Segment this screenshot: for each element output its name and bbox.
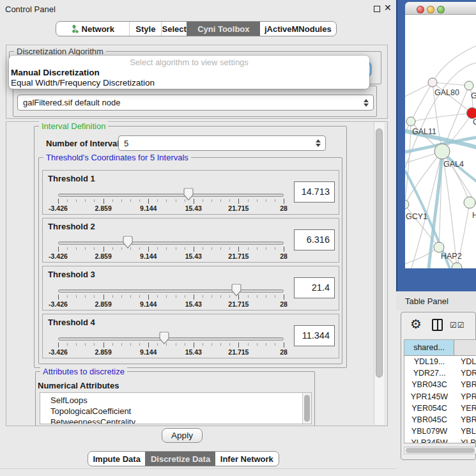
minor-tick <box>67 247 68 250</box>
table-cell[interactable]: YDR2 <box>454 367 476 379</box>
attribute-list-item[interactable]: SelfLoops <box>50 395 311 406</box>
slider-tick-labels: -3.4262.8599.14415.4321.71528 <box>58 300 284 308</box>
threshold-slider-thumb[interactable] <box>123 236 133 249</box>
attribute-list-item[interactable]: TopologicalCoefficient <box>50 406 311 417</box>
minor-tick <box>166 199 167 202</box>
bottom-tab-impute-data[interactable]: Impute Data <box>88 452 145 466</box>
number-of-intervals-label: Number of Intervals <box>46 139 124 148</box>
settings-scrollbar[interactable] <box>374 122 384 425</box>
network-node[interactable] <box>405 200 409 209</box>
minimize-traffic-light[interactable] <box>427 6 434 13</box>
gear-icon[interactable]: ⚙ <box>410 316 422 332</box>
network-window-titlebar[interactable] <box>405 2 476 15</box>
table-data-combobox[interactable]: galFiltered.sif default node <box>17 95 374 111</box>
attribute-list-item[interactable]: BetweennessCentrality <box>50 417 311 424</box>
threshold-value-field[interactable]: 14.713 <box>294 181 335 203</box>
network-node[interactable] <box>428 78 437 87</box>
split-columns-icon[interactable] <box>432 319 443 331</box>
network-node[interactable] <box>406 117 415 126</box>
network-edge[interactable] <box>433 82 469 86</box>
apply-button[interactable]: Apply <box>162 428 203 443</box>
table-column-header[interactable]: shared... <box>404 340 454 355</box>
table-cell[interactable]: YBL079W <box>404 426 454 437</box>
table-row[interactable]: YBL079WYBL0 <box>404 426 476 437</box>
table-cell[interactable]: YBR0 <box>454 414 476 426</box>
node-table[interactable]: shared...na YDL19...YDL1YDR27...YDR2YBR0… <box>404 339 476 443</box>
table-column-header[interactable]: na <box>454 340 476 355</box>
threshold-slider-thumb[interactable] <box>183 188 194 201</box>
float-window-icon[interactable] <box>374 6 380 12</box>
table-row[interactable]: YPR145WYPR1 <box>404 391 476 403</box>
checkbox-icon[interactable]: ☑☑ <box>450 321 465 330</box>
numerical-attributes-list[interactable]: SelfLoopsTopologicalCoefficientBetweenne… <box>40 392 312 424</box>
table-cell[interactable]: YDL1 <box>454 356 476 367</box>
threshold-slider-track[interactable] <box>58 194 284 197</box>
attributes-scrollbar[interactable] <box>302 393 311 424</box>
table-cell[interactable]: YBL0 <box>454 426 476 437</box>
bottom-tab-infer-network[interactable]: Infer Network <box>215 452 279 466</box>
tab-network[interactable]: Network <box>56 22 129 36</box>
table-row[interactable]: YER054CYER0 <box>404 403 476 414</box>
network-edge[interactable] <box>405 247 439 264</box>
threshold-slider-thumb[interactable] <box>159 332 169 344</box>
table-cell[interactable]: YBR043C <box>404 379 454 390</box>
table-cell[interactable]: YER054C <box>404 403 454 414</box>
table-cell[interactable]: YLR345W <box>404 437 454 443</box>
threshold-value-field[interactable]: 6.316 <box>294 229 335 250</box>
table-row[interactable]: YLR345WYLR3 <box>404 437 476 443</box>
attributes-scrollbar-thumb[interactable] <box>304 395 310 422</box>
close-traffic-light[interactable] <box>417 6 424 13</box>
tab-style[interactable]: Style <box>129 22 161 36</box>
table-row[interactable]: YBR045CYBR0 <box>404 414 476 426</box>
network-canvas[interactable]: GAL80GACGAL11GAL4GCY1HHAP2 <box>405 15 476 268</box>
table-hscroll-thumb[interactable] <box>406 448 475 453</box>
table-horizontal-scrollbar[interactable] <box>404 447 476 454</box>
table-cell[interactable]: YBR0 <box>454 379 476 390</box>
major-tick <box>194 199 194 204</box>
major-tick <box>148 247 149 252</box>
table-cell[interactable]: YLR3 <box>454 437 476 443</box>
threshold-slider-track[interactable] <box>58 337 284 341</box>
threshold-value-field[interactable]: 21.4 <box>294 277 335 298</box>
dropdown-option-equal-width-frequency[interactable]: Equal Width/Frequency Discretization <box>11 78 155 88</box>
table-row[interactable]: YBR043CYBR0 <box>404 379 476 390</box>
network-edge[interactable] <box>442 151 457 268</box>
table-cell[interactable]: YDL19... <box>404 356 454 367</box>
number-of-intervals-combobox[interactable]: 5 <box>118 135 326 151</box>
threshold-value-field[interactable]: 11.344 <box>294 325 335 346</box>
close-icon[interactable]: ✕ <box>384 3 392 13</box>
dropdown-option-manual-discretization[interactable]: Manual Discretization <box>11 68 100 77</box>
tick-label: 2.859 <box>95 348 111 356</box>
table-cell[interactable]: YER0 <box>454 403 476 414</box>
minor-tick <box>94 343 95 346</box>
table-row[interactable]: YDL19...YDL1 <box>404 356 476 367</box>
network-node[interactable] <box>464 197 475 208</box>
network-node[interactable] <box>464 81 473 90</box>
zoom-traffic-light[interactable] <box>437 6 445 13</box>
tab-cyni-toolbox[interactable]: Cyni Toolbox <box>187 22 259 36</box>
network-graph[interactable]: GAL80GACGAL11GAL4GCY1HHAP2 <box>405 15 476 268</box>
minor-tick <box>85 247 86 250</box>
major-tick <box>238 247 239 252</box>
tab-select[interactable]: Select <box>161 22 187 36</box>
threshold-slider-track[interactable] <box>58 289 284 293</box>
tick-label: -3.426 <box>49 348 68 356</box>
table-cell[interactable]: YPR1 <box>454 391 476 403</box>
table-row[interactable]: YDR27...YDR2 <box>404 367 476 379</box>
bottom-tab-discretize-data[interactable]: Discretize Data <box>145 452 215 466</box>
network-node[interactable] <box>434 242 444 252</box>
threshold-slider-track[interactable] <box>58 242 284 245</box>
minor-tick <box>257 247 257 250</box>
table-cell[interactable]: YPR145W <box>404 391 454 403</box>
table-cell[interactable]: YDR27... <box>404 367 454 379</box>
network-node[interactable] <box>467 108 476 119</box>
settings-scrollbar-thumb[interactable] <box>376 128 383 378</box>
network-edge[interactable] <box>411 113 472 121</box>
network-edge[interactable] <box>433 45 476 82</box>
table-cell[interactable]: YBR045C <box>404 414 454 426</box>
threshold-panel-1: Threshold 1-3.4262.8599.14415.4321.71528… <box>42 170 339 215</box>
tab-jactivemnodules[interactable]: jActiveMNodules <box>260 22 336 36</box>
threshold-slider-thumb[interactable] <box>231 284 242 296</box>
minor-tick <box>211 247 212 250</box>
network-node[interactable] <box>434 144 450 159</box>
